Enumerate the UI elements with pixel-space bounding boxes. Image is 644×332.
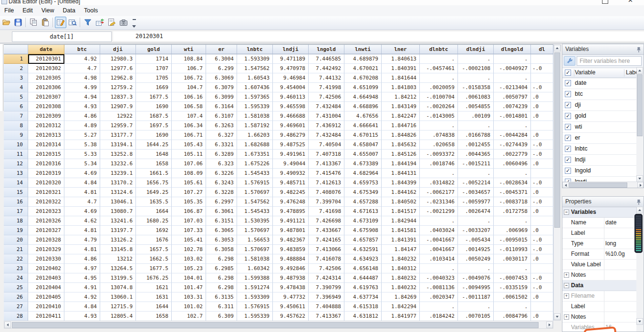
grid-cell[interactable]: 107.03	[172, 216, 206, 226]
grid-cell[interactable]: 7.42506	[309, 92, 344, 102]
grid-cell[interactable]: 4.93	[64, 102, 100, 111]
toolbar-filter-button[interactable]	[82, 17, 93, 28]
row-number[interactable]: 4	[4, 83, 28, 92]
grid-cell[interactable]: 4.671613	[344, 207, 382, 216]
grid-cell[interactable]: .0084796	[494, 312, 531, 321]
grid-cell[interactable]: .0030117	[494, 254, 531, 264]
grid-cell[interactable]: 1705	[136, 73, 172, 83]
grid-cell[interactable]	[531, 169, 553, 178]
variable-checkbox[interactable]: ✓	[565, 80, 571, 86]
grid-cell[interactable]: 13241.6	[100, 216, 136, 226]
grid-cell[interactable]: .0050249	[458, 254, 494, 264]
row-number[interactable]: 25	[4, 283, 28, 292]
grid-cell[interactable]: 1.599388	[237, 273, 273, 283]
grid-cell[interactable]: 102.78	[172, 245, 206, 254]
collapse-icon[interactable]: −	[564, 210, 569, 215]
column-header-dlngold[interactable]: dlngold	[494, 45, 531, 54]
grid-cell[interactable]: 106.34	[172, 121, 206, 131]
grid-cell[interactable]: 7.407318	[309, 150, 344, 159]
column-header-lngold[interactable]: lngold	[309, 45, 344, 54]
grid-cell[interactable]: 1.595339	[237, 102, 273, 111]
grid-cell[interactable]: 20120314	[28, 140, 64, 150]
grid-cell[interactable]: 7.44132	[309, 73, 344, 83]
variable-row-btc[interactable]: ✓btc	[562, 89, 644, 100]
grid-cell[interactable]: 9.487801	[273, 226, 309, 235]
grid-cell[interactable]: .0	[531, 159, 553, 169]
grid-cell[interactable]: 4.668896	[344, 102, 382, 111]
grid-cell[interactable]: 9.487525	[273, 140, 309, 150]
grid-cell[interactable]: 1664	[136, 207, 172, 216]
grid-cell[interactable]: 12980.3	[100, 54, 136, 64]
row-number[interactable]: 3	[4, 73, 28, 83]
grid-cell[interactable]: .0	[531, 111, 553, 121]
grid-cell[interactable]: 9.483859	[273, 245, 309, 254]
grid-cell[interactable]: 1690	[136, 102, 172, 111]
grid-cell[interactable]: -.0044284	[494, 131, 531, 140]
collapse-icon[interactable]: −	[564, 283, 569, 288]
row-number[interactable]: 18	[4, 216, 28, 226]
grid-cell[interactable]: -.0034657	[458, 188, 494, 197]
grid-cell[interactable]: .0020347	[420, 292, 458, 302]
grid-cell[interactable]: .	[420, 216, 458, 226]
grid-cell[interactable]: 13126.2	[100, 235, 136, 245]
grid-cell[interactable]: 7.415476	[309, 169, 344, 178]
grid-cell[interactable]: 9.490932	[273, 169, 309, 178]
grid-cell[interactable]: 4.670115	[344, 131, 382, 140]
grid-cell[interactable]: 7.412613	[309, 178, 344, 188]
grid-cell[interactable]: -.0	[531, 235, 553, 245]
grid-cell[interactable]: 105.61	[172, 178, 206, 188]
grid-cell[interactable]: 1697.5	[136, 121, 172, 131]
grid-cell[interactable]: 4.657857	[344, 235, 382, 245]
grid-cell[interactable]: 4.86	[64, 111, 100, 121]
grid-cell[interactable]: 1.844826	[382, 131, 420, 140]
grid-cell[interactable]: .	[458, 264, 494, 273]
grid-cell[interactable]: .020658	[420, 140, 458, 150]
grid-cell[interactable]: 9.471189	[273, 54, 309, 64]
grid-cell[interactable]: .0026474	[458, 207, 494, 216]
grid-cell[interactable]: 6.3226	[206, 169, 237, 178]
grid-cell[interactable]: 9.470978	[273, 64, 309, 73]
select-all-checkbox[interactable]: ✓	[565, 70, 571, 76]
grid-cell[interactable]: 4.666641	[344, 121, 382, 131]
grid-cell[interactable]: .0103414	[420, 254, 458, 264]
column-header-dl[interactable]: dl	[531, 45, 553, 54]
grid-cell[interactable]: -.0094995	[458, 283, 494, 292]
grid-cell[interactable]: 4.69	[64, 207, 100, 216]
grid-cell[interactable]: 20120320	[28, 178, 64, 188]
grid-cell[interactable]: 4.637734	[344, 292, 382, 302]
grid-cell[interactable]: 4.84	[64, 178, 100, 188]
grid-cell[interactable]: 9.46984	[273, 73, 309, 83]
grid-cell[interactable]: 1.840391	[382, 64, 420, 73]
column-header-date[interactable]: date	[28, 45, 64, 54]
grid-cell[interactable]: -.005434	[458, 235, 494, 245]
grid-cell[interactable]: 6.298	[206, 273, 237, 283]
grid-cell[interactable]: 106.58	[172, 102, 206, 111]
row-number[interactable]: 17	[4, 207, 28, 216]
grid-cell[interactable]: 12805.4	[100, 312, 136, 321]
grid-cell[interactable]: .	[458, 73, 494, 83]
grid-cell[interactable]: .0	[531, 131, 553, 140]
grid-cell[interactable]: 105.11	[172, 150, 206, 159]
grid-cell[interactable]: -.0	[531, 283, 553, 292]
row-number[interactable]: 7	[4, 111, 28, 121]
grid-cell[interactable]: 1.842247	[382, 111, 420, 121]
grid-cell[interactable]: .0314822	[420, 178, 458, 188]
grid-cell[interactable]: 20120319	[28, 169, 64, 178]
grid-cell[interactable]: 1.841391	[382, 235, 420, 245]
grid-cell[interactable]: 13080.7	[100, 207, 136, 216]
expand-icon[interactable]: +	[564, 314, 569, 320]
expand-icon[interactable]: +	[564, 293, 569, 299]
grid-cell[interactable]: -.0011187	[458, 292, 494, 302]
grid-cell[interactable]: 5.34	[64, 159, 100, 169]
grid-cell[interactable]: .	[494, 302, 531, 312]
grid-cell[interactable]: -.0158358	[458, 83, 494, 92]
grid-cell[interactable]: 6.3079	[206, 83, 237, 92]
grid-cell[interactable]: .	[494, 169, 531, 178]
grid-cell[interactable]: .	[420, 121, 458, 131]
grid-cell[interactable]: 6.3107	[206, 111, 237, 121]
grid-cell[interactable]: 6.3004	[206, 54, 237, 64]
grid-cell[interactable]: 1.682688	[237, 140, 273, 150]
grid-vertical-scrollbar[interactable]	[553, 44, 561, 321]
grid-cell[interactable]: 6.3228	[206, 188, 237, 197]
grid-cell[interactable]: 1.84269	[382, 292, 420, 302]
